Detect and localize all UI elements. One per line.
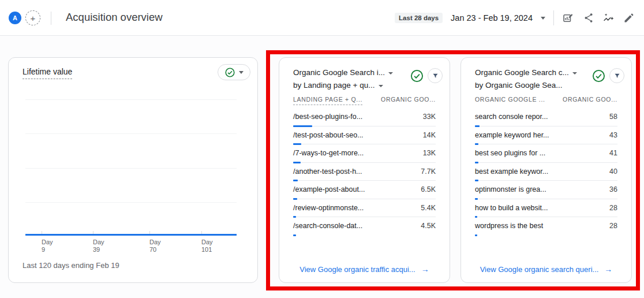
x-axis-label: Day101: [201, 239, 213, 254]
table-row: /example-post-about...6.5K: [293, 184, 436, 203]
column-header-metric: ORGANIC GOO...: [563, 96, 617, 103]
view-traffic-report-link[interactable]: View Google organic traffic acqui...→: [279, 265, 450, 274]
metric-selector-pill[interactable]: [218, 64, 250, 80]
gridline: [25, 99, 237, 100]
organic-queries-card: Organic Google Search c... by Organic Go…: [460, 57, 632, 283]
check-circle-icon: [224, 67, 235, 78]
header-actions: Last 28 days Jan 23 - Feb 19, 2024: [395, 0, 635, 36]
card-subtitle[interactable]: by Landing page + qu...: [293, 81, 375, 90]
column-header-metric: ORGANIC GOO...: [381, 96, 436, 105]
x-axis-label: Day70: [149, 239, 161, 254]
metric-dropdown-caret-icon[interactable]: [388, 72, 393, 74]
date-range-caret-icon[interactable]: [541, 17, 545, 20]
card-title-block: Organic Google Search c... by Organic Go…: [475, 66, 577, 92]
customize-chart-icon[interactable]: [562, 12, 574, 24]
chart-footnote: Last 120 days ending Feb 19: [23, 261, 119, 270]
table-row: /7-ways-to-get-more...13K: [293, 148, 436, 166]
card-title-block: Organic Google Search i... by Landing pa…: [293, 66, 393, 92]
acquisition-overview-page: A + Acquisition overview Last 28 days Ja…: [0, 0, 644, 298]
table-row: optinmonster is grea...36: [475, 184, 617, 203]
table-row: /test-post-about-seo...14K: [293, 130, 436, 148]
data-quality-button[interactable]: [409, 68, 424, 83]
check-circle-icon: [410, 69, 424, 83]
table-row: /search-console-dat...4.5K: [293, 221, 436, 239]
toolbar-divider: [553, 10, 554, 25]
add-comparison-button[interactable]: +: [25, 10, 40, 25]
column-header-dimension: LANDING PAGE + Q...: [293, 96, 362, 105]
gridline: [25, 202, 237, 203]
lifetime-value-series-line: [25, 234, 237, 236]
x-axis-label: Day9: [42, 239, 53, 254]
filter-button[interactable]: [428, 68, 443, 83]
funnel-icon: [613, 72, 621, 80]
funnel-icon: [432, 72, 439, 80]
view-queries-report-link[interactable]: View Google organic search queri...→: [461, 265, 631, 274]
lifetime-value-title: Lifetime value: [23, 67, 72, 79]
x-axis-label: Day39: [93, 239, 104, 254]
gridline: [25, 168, 237, 169]
table-row: /another-test-post-h...7.7K: [293, 166, 436, 185]
check-circle-icon: [591, 69, 606, 83]
column-headers: ORGANIC GOOGLE ... ORGANIC GOO...: [475, 96, 617, 103]
header-divider: [51, 12, 51, 25]
table-row: /best-seo-plugins-fo...33K: [293, 111, 436, 130]
card-header-icons: [591, 68, 624, 83]
table-row: wordpress is the best28: [475, 221, 617, 239]
plus-icon: +: [31, 14, 36, 23]
traffic-rows: /best-seo-plugins-fo...33K /test-post-ab…: [293, 111, 436, 239]
table-row: best example keywor...40: [475, 166, 617, 185]
table-row: /review-optinmonste...5.4K: [293, 203, 436, 221]
table-row: how to build a websit...28: [475, 203, 617, 221]
lifetime-value-card: Lifetime value Day9 Day39 Day70 Day101: [8, 57, 258, 283]
arrow-right-icon: →: [604, 265, 612, 274]
pill-caret-icon: [239, 71, 244, 74]
share-icon[interactable]: [582, 12, 594, 24]
gridline: [25, 133, 237, 134]
table-row: example keyword her...43: [475, 130, 617, 148]
card-header-icons: [409, 68, 443, 83]
card-subtitle[interactable]: by Organic Google Sea...: [475, 81, 563, 90]
edit-pencil-icon[interactable]: [623, 12, 635, 24]
date-range-text[interactable]: Jan 23 - Feb 19, 2024: [451, 13, 533, 23]
card-title[interactable]: Organic Google Search i...: [293, 68, 385, 77]
table-row: search console repor...58: [475, 111, 617, 130]
organic-traffic-card: Organic Google Search i... by Landing pa…: [279, 57, 450, 283]
column-header-dimension: ORGANIC GOOGLE ...: [475, 96, 545, 103]
card-title[interactable]: Organic Google Search c...: [475, 68, 569, 77]
date-range-badge[interactable]: Last 28 days: [395, 13, 443, 23]
data-quality-button[interactable]: [591, 68, 606, 83]
arrow-right-icon: →: [421, 265, 429, 274]
top-header: A + Acquisition overview Last 28 days Ja…: [0, 0, 644, 36]
avatar[interactable]: A: [9, 12, 21, 24]
filter-button[interactable]: [609, 68, 624, 83]
page-title: Acquisition overview: [66, 11, 163, 24]
metric-dropdown-caret-icon[interactable]: [572, 72, 577, 74]
queries-rows: search console repor...58 example keywor…: [475, 111, 617, 239]
column-headers: LANDING PAGE + Q... ORGANIC GOO...: [293, 96, 436, 105]
dimension-dropdown-caret-icon[interactable]: [379, 85, 383, 87]
table-row: best seo plugins for ...41: [475, 148, 617, 166]
insights-icon[interactable]: [602, 12, 615, 24]
